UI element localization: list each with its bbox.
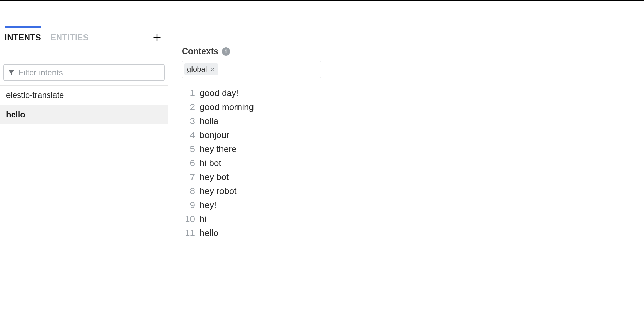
utterance-row[interactable]: 3holla xyxy=(182,114,630,128)
utterance-row[interactable]: 9hey! xyxy=(182,198,630,212)
utterance-line-number: 9 xyxy=(182,198,195,212)
utterance-line-number: 1 xyxy=(182,86,195,100)
filter-icon xyxy=(7,69,15,76)
context-tag[interactable]: global xyxy=(184,63,218,75)
utterance-line-number: 2 xyxy=(182,100,195,114)
utterance-text: hey! xyxy=(200,198,216,212)
plus-icon xyxy=(152,33,162,42)
utterance-line-number: 5 xyxy=(182,142,195,156)
contexts-header: Contexts i xyxy=(182,46,630,56)
utterance-row[interactable]: 1good day! xyxy=(182,86,630,100)
utterance-line-number: 11 xyxy=(182,226,195,240)
utterance-line-number: 6 xyxy=(182,156,195,170)
utterance-text: hey there xyxy=(200,142,236,156)
context-tag-label: global xyxy=(187,65,207,74)
utterance-text: hey robot xyxy=(200,184,236,198)
utterance-text: good day! xyxy=(200,86,239,100)
info-icon[interactable]: i xyxy=(222,47,230,56)
utterance-text: holla xyxy=(200,114,218,128)
utterance-text: hello xyxy=(200,226,218,240)
utterance-row[interactable]: 7hey bot xyxy=(182,170,630,184)
utterance-row[interactable]: 4bonjour xyxy=(182,128,630,142)
utterance-text: bonjour xyxy=(200,128,229,142)
filter-input-container[interactable] xyxy=(3,64,165,81)
utterance-text: hi bot xyxy=(200,156,221,170)
add-intent-button[interactable] xyxy=(151,31,163,44)
utterance-row[interactable]: 2good morning xyxy=(182,100,630,114)
sidebar-tabs: INTENTS ENTITIES xyxy=(0,27,168,48)
utterance-row[interactable]: 5hey there xyxy=(182,142,630,156)
intent-item[interactable]: hello xyxy=(0,105,168,124)
utterance-line-number: 10 xyxy=(182,212,195,226)
utterance-row[interactable]: 11hello xyxy=(182,226,630,240)
contexts-input[interactable]: global xyxy=(182,61,321,78)
utterance-row[interactable]: 8hey robot xyxy=(182,184,630,198)
tab-intents[interactable]: INTENTS xyxy=(5,27,41,48)
contexts-label: Contexts xyxy=(182,46,218,56)
utterance-line-number: 3 xyxy=(182,114,195,128)
close-icon xyxy=(210,67,215,72)
sidebar: INTENTS ENTITIES elestio-translatehello xyxy=(0,27,168,326)
tab-entities[interactable]: ENTITIES xyxy=(50,27,89,48)
utterance-text: good morning xyxy=(200,100,254,114)
header-area xyxy=(0,1,644,27)
utterance-line-number: 4 xyxy=(182,128,195,142)
filter-intents-input[interactable] xyxy=(15,68,160,77)
utterance-line-number: 7 xyxy=(182,170,195,184)
intent-list: elestio-translatehello xyxy=(0,85,168,124)
utterance-text: hey bot xyxy=(200,170,229,184)
utterance-row[interactable]: 6hi bot xyxy=(182,156,630,170)
filter-wrap xyxy=(0,48,168,85)
remove-context-button[interactable] xyxy=(210,66,215,72)
intent-item[interactable]: elestio-translate xyxy=(0,86,168,105)
main-panel: Contexts i global 1good day!2good mornin… xyxy=(168,27,644,326)
main-container: INTENTS ENTITIES elestio-translatehello … xyxy=(0,27,644,326)
utterance-row[interactable]: 10hi xyxy=(182,212,630,226)
utterances-list: 1good day!2good morning3holla4bonjour5he… xyxy=(182,86,630,240)
utterance-line-number: 8 xyxy=(182,184,195,198)
utterance-text: hi xyxy=(200,212,206,226)
